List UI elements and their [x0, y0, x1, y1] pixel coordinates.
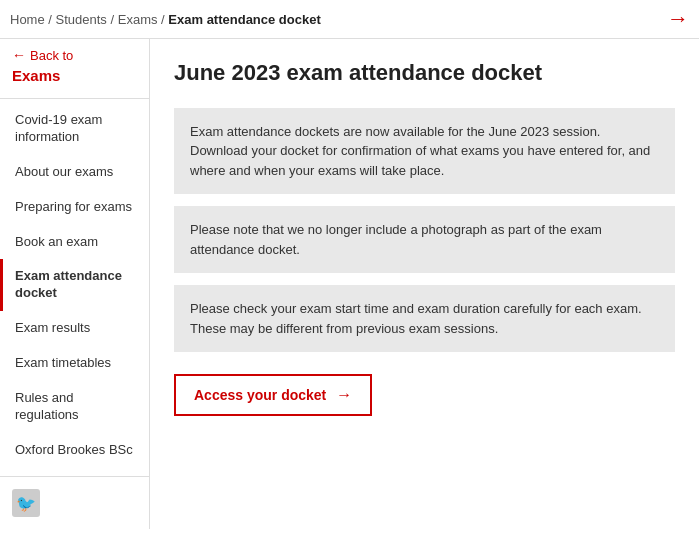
sidebar-items-list: Covid-19 exam informationAbout our exams…	[0, 103, 149, 468]
sidebar-divider	[0, 98, 149, 99]
sidebar-item-about[interactable]: About our exams	[0, 155, 149, 190]
back-arrow-icon: ←	[12, 47, 26, 63]
access-docket-button[interactable]: Access your docket →	[174, 374, 372, 416]
breadcrumb-students[interactable]: Students	[56, 12, 107, 27]
info-block-block3: Please check your exam start time and ex…	[174, 285, 675, 352]
sidebar-item-brookes[interactable]: Oxford Brookes BSc	[0, 433, 149, 468]
access-button-label: Access your docket	[194, 387, 326, 403]
back-to-exams-link[interactable]: ← Back to	[0, 39, 149, 67]
breadcrumb-arrow-icon: →	[667, 6, 689, 32]
sidebar-item-timetables[interactable]: Exam timetables	[0, 346, 149, 381]
breadcrumb-sep2: /	[111, 12, 118, 27]
info-block-block1: Exam attendance dockets are now availabl…	[174, 108, 675, 195]
back-label-exams[interactable]: Exams	[0, 67, 149, 94]
twitter-icon[interactable]: 🐦	[12, 489, 40, 517]
breadcrumb-sep1: /	[48, 12, 55, 27]
sidebar-nav: ← Back to Exams Covid-19 exam informatio…	[0, 39, 149, 476]
sidebar-item-book[interactable]: Book an exam	[0, 225, 149, 260]
sidebar-item-rules[interactable]: Rules and regulations	[0, 381, 149, 433]
breadcrumb-home[interactable]: Home	[10, 12, 45, 27]
breadcrumb-current: Exam attendance docket	[168, 12, 320, 27]
main-layout: ← Back to Exams Covid-19 exam informatio…	[0, 39, 699, 529]
sidebar-item-results[interactable]: Exam results	[0, 311, 149, 346]
sidebar-item-docket[interactable]: Exam attendance docket	[0, 259, 149, 311]
sidebar-item-covid[interactable]: Covid-19 exam information	[0, 103, 149, 155]
access-arrow-icon: →	[336, 386, 352, 404]
sidebar: ← Back to Exams Covid-19 exam informatio…	[0, 39, 150, 529]
breadcrumb: Home / Students / Exams / Exam attendanc…	[10, 12, 321, 27]
sidebar-footer: 🐦	[0, 476, 149, 529]
sidebar-item-preparing[interactable]: Preparing for exams	[0, 190, 149, 225]
back-label-top: Back to	[30, 48, 73, 63]
main-content: June 2023 exam attendance docket Exam at…	[150, 39, 699, 529]
info-blocks-container: Exam attendance dockets are now availabl…	[174, 108, 675, 353]
breadcrumb-bar: Home / Students / Exams / Exam attendanc…	[0, 0, 699, 39]
page-title: June 2023 exam attendance docket	[174, 59, 675, 88]
breadcrumb-exams[interactable]: Exams	[118, 12, 158, 27]
info-block-block2: Please note that we no longer include a …	[174, 206, 675, 273]
